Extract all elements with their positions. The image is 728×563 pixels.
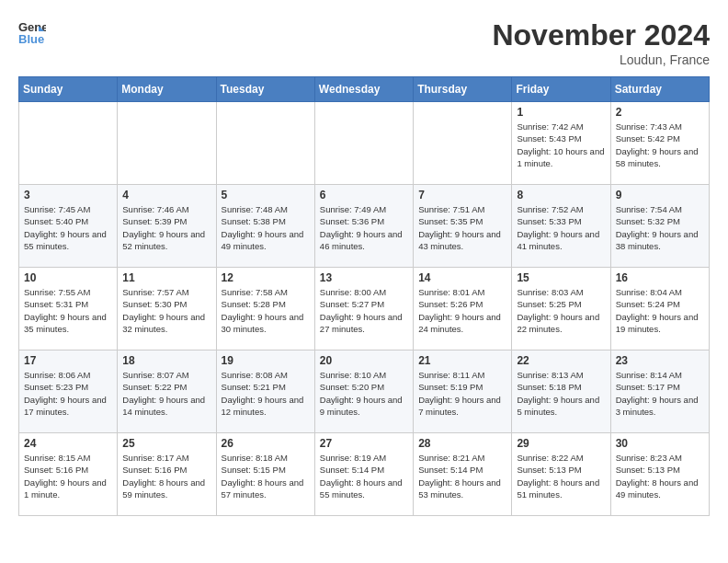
day-number: 15	[517, 271, 605, 284]
day-header-saturday: Saturday	[610, 77, 709, 102]
day-info: Sunrise: 7:49 AM Sunset: 5:36 PM Dayligh…	[320, 203, 408, 252]
week-row-1: 1Sunrise: 7:42 AM Sunset: 5:43 PM Daylig…	[19, 102, 710, 185]
calendar-cell: 4Sunrise: 7:46 AM Sunset: 5:39 PM Daylig…	[118, 185, 216, 268]
calendar-cell: 24Sunrise: 8:15 AM Sunset: 5:16 PM Dayli…	[19, 433, 118, 516]
calendar-cell: 7Sunrise: 7:51 AM Sunset: 5:35 PM Daylig…	[414, 185, 512, 268]
day-info: Sunrise: 8:10 AM Sunset: 5:20 PM Dayligh…	[320, 369, 408, 418]
calendar-cell: 29Sunrise: 8:22 AM Sunset: 5:13 PM Dayli…	[512, 433, 610, 516]
day-header-monday: Monday	[118, 77, 216, 102]
day-info: Sunrise: 7:57 AM Sunset: 5:30 PM Dayligh…	[122, 286, 210, 335]
week-row-5: 24Sunrise: 8:15 AM Sunset: 5:16 PM Dayli…	[19, 433, 710, 516]
day-number: 9	[616, 189, 704, 201]
day-info: Sunrise: 8:19 AM Sunset: 5:14 PM Dayligh…	[320, 452, 408, 500]
day-info: Sunrise: 7:51 AM Sunset: 5:35 PM Dayligh…	[418, 203, 506, 252]
day-number: 23	[616, 354, 704, 367]
day-header-friday: Friday	[512, 77, 610, 102]
calendar-cell: 27Sunrise: 8:19 AM Sunset: 5:14 PM Dayli…	[314, 433, 413, 516]
day-number: 17	[24, 354, 112, 367]
calendar-cell: 3Sunrise: 7:45 AM Sunset: 5:40 PM Daylig…	[19, 185, 118, 268]
day-info: Sunrise: 8:04 AM Sunset: 5:24 PM Dayligh…	[616, 286, 704, 335]
day-number: 10	[24, 271, 112, 284]
calendar-cell: 25Sunrise: 8:17 AM Sunset: 5:16 PM Dayli…	[118, 433, 216, 516]
day-number: 12	[222, 271, 310, 284]
calendar-cell: 17Sunrise: 8:06 AM Sunset: 5:23 PM Dayli…	[19, 350, 118, 433]
calendar-cell: 11Sunrise: 7:57 AM Sunset: 5:30 PM Dayli…	[118, 268, 216, 350]
calendar-cell: 2Sunrise: 7:43 AM Sunset: 5:42 PM Daylig…	[610, 102, 709, 185]
day-info: Sunrise: 7:43 AM Sunset: 5:42 PM Dayligh…	[616, 121, 704, 169]
title-block: November 2024 Loudun, France	[492, 18, 710, 67]
day-number: 3	[24, 189, 112, 201]
day-info: Sunrise: 7:45 AM Sunset: 5:40 PM Dayligh…	[24, 203, 112, 252]
day-info: Sunrise: 8:13 AM Sunset: 5:18 PM Dayligh…	[517, 369, 605, 418]
page-header: General Blue November 2024 Loudun, Franc…	[18, 18, 710, 67]
location: Loudun, France	[492, 52, 710, 67]
calendar-cell: 10Sunrise: 7:55 AM Sunset: 5:31 PM Dayli…	[19, 268, 118, 350]
calendar-cell: 12Sunrise: 7:58 AM Sunset: 5:28 PM Dayli…	[216, 268, 314, 350]
day-info: Sunrise: 8:18 AM Sunset: 5:15 PM Dayligh…	[222, 452, 310, 500]
day-info: Sunrise: 8:11 AM Sunset: 5:19 PM Dayligh…	[418, 369, 506, 418]
day-number: 11	[122, 271, 210, 284]
calendar-cell: 30Sunrise: 8:23 AM Sunset: 5:13 PM Dayli…	[610, 433, 709, 516]
logo-icon: General Blue	[18, 18, 46, 46]
calendar-cell: 18Sunrise: 8:07 AM Sunset: 5:22 PM Dayli…	[118, 350, 216, 433]
calendar-cell	[19, 102, 118, 185]
day-number: 13	[320, 271, 408, 284]
day-number: 22	[517, 354, 605, 367]
day-number: 21	[418, 354, 506, 367]
calendar-cell	[314, 102, 413, 185]
day-info: Sunrise: 8:03 AM Sunset: 5:25 PM Dayligh…	[517, 286, 605, 335]
calendar-cell: 22Sunrise: 8:13 AM Sunset: 5:18 PM Dayli…	[512, 350, 610, 433]
calendar-cell: 26Sunrise: 8:18 AM Sunset: 5:15 PM Dayli…	[216, 433, 314, 516]
day-header-wednesday: Wednesday	[314, 77, 413, 102]
day-info: Sunrise: 8:23 AM Sunset: 5:13 PM Dayligh…	[616, 452, 704, 500]
day-number: 26	[222, 437, 310, 450]
calendar-cell: 28Sunrise: 8:21 AM Sunset: 5:14 PM Dayli…	[414, 433, 512, 516]
day-info: Sunrise: 8:21 AM Sunset: 5:14 PM Dayligh…	[418, 452, 506, 500]
calendar-cell: 21Sunrise: 8:11 AM Sunset: 5:19 PM Dayli…	[414, 350, 512, 433]
day-number: 25	[122, 437, 210, 450]
day-info: Sunrise: 7:58 AM Sunset: 5:28 PM Dayligh…	[222, 286, 310, 335]
calendar-table: SundayMondayTuesdayWednesdayThursdayFrid…	[18, 76, 710, 516]
day-number: 7	[418, 189, 506, 201]
calendar-cell: 14Sunrise: 8:01 AM Sunset: 5:26 PM Dayli…	[414, 268, 512, 350]
day-number: 27	[320, 437, 408, 450]
day-info: Sunrise: 8:07 AM Sunset: 5:22 PM Dayligh…	[122, 369, 210, 418]
calendar-cell: 20Sunrise: 8:10 AM Sunset: 5:20 PM Dayli…	[314, 350, 413, 433]
day-info: Sunrise: 7:52 AM Sunset: 5:33 PM Dayligh…	[517, 203, 605, 252]
day-number: 8	[517, 189, 605, 201]
calendar-header-row: SundayMondayTuesdayWednesdayThursdayFrid…	[19, 77, 710, 102]
day-number: 29	[517, 437, 605, 450]
calendar-body: 1Sunrise: 7:42 AM Sunset: 5:43 PM Daylig…	[19, 102, 710, 516]
calendar-cell: 8Sunrise: 7:52 AM Sunset: 5:33 PM Daylig…	[512, 185, 610, 268]
calendar-cell: 13Sunrise: 8:00 AM Sunset: 5:27 PM Dayli…	[314, 268, 413, 350]
calendar-cell: 16Sunrise: 8:04 AM Sunset: 5:24 PM Dayli…	[610, 268, 709, 350]
day-number: 20	[320, 354, 408, 367]
day-number: 30	[616, 437, 704, 450]
day-info: Sunrise: 7:55 AM Sunset: 5:31 PM Dayligh…	[24, 286, 112, 335]
day-number: 4	[122, 189, 210, 201]
day-number: 19	[222, 354, 310, 367]
day-info: Sunrise: 8:15 AM Sunset: 5:16 PM Dayligh…	[24, 452, 112, 500]
day-number: 24	[24, 437, 112, 450]
day-info: Sunrise: 8:17 AM Sunset: 5:16 PM Dayligh…	[122, 452, 210, 500]
week-row-2: 3Sunrise: 7:45 AM Sunset: 5:40 PM Daylig…	[19, 185, 710, 268]
day-info: Sunrise: 8:00 AM Sunset: 5:27 PM Dayligh…	[320, 286, 408, 335]
day-info: Sunrise: 7:46 AM Sunset: 5:39 PM Dayligh…	[122, 203, 210, 252]
week-row-4: 17Sunrise: 8:06 AM Sunset: 5:23 PM Dayli…	[19, 350, 710, 433]
day-info: Sunrise: 7:54 AM Sunset: 5:32 PM Dayligh…	[616, 203, 704, 252]
day-number: 16	[616, 271, 704, 284]
week-row-3: 10Sunrise: 7:55 AM Sunset: 5:31 PM Dayli…	[19, 268, 710, 350]
calendar-cell: 1Sunrise: 7:42 AM Sunset: 5:43 PM Daylig…	[512, 102, 610, 185]
day-number: 5	[222, 189, 310, 201]
day-info: Sunrise: 8:08 AM Sunset: 5:21 PM Dayligh…	[222, 369, 310, 418]
calendar-cell: 19Sunrise: 8:08 AM Sunset: 5:21 PM Dayli…	[216, 350, 314, 433]
day-number: 28	[418, 437, 506, 450]
day-header-thursday: Thursday	[414, 77, 512, 102]
day-number: 2	[616, 106, 704, 119]
calendar-cell: 5Sunrise: 7:48 AM Sunset: 5:38 PM Daylig…	[216, 185, 314, 268]
day-number: 18	[122, 354, 210, 367]
day-header-sunday: Sunday	[19, 77, 118, 102]
day-number: 1	[517, 106, 605, 119]
logo: General Blue	[18, 18, 50, 46]
day-info: Sunrise: 7:42 AM Sunset: 5:43 PM Dayligh…	[517, 121, 605, 169]
